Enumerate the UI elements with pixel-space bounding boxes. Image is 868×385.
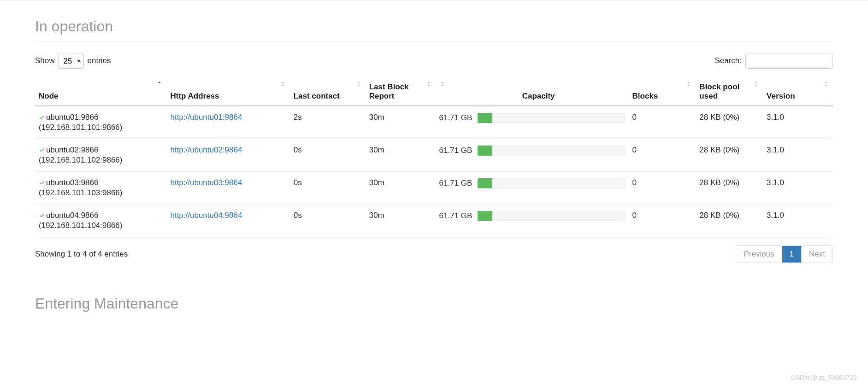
node-name: ubuntu03:9866 xyxy=(46,178,98,187)
sort-icon xyxy=(685,81,692,87)
node-name: ubuntu01:9866 xyxy=(46,113,98,122)
entries-label: entries xyxy=(88,56,111,65)
check-icon xyxy=(39,179,45,188)
col-http-address[interactable]: Http Address xyxy=(166,78,289,106)
capacity-bar-fill xyxy=(478,178,492,188)
http-address-link[interactable]: http://ubuntu04:9864 xyxy=(170,211,242,220)
last-block-report-value: 30m xyxy=(369,113,384,122)
check-icon xyxy=(39,114,45,123)
col-http-label: Http Address xyxy=(170,92,219,100)
table-info: Showing 1 to 4 of 4 entries xyxy=(35,250,128,259)
block-pool-used-value: 28 KB (0%) xyxy=(699,178,739,187)
last-contact-value: 0s xyxy=(294,146,302,154)
version-value: 3.1.0 xyxy=(767,113,784,122)
capacity-bar-fill xyxy=(478,211,492,221)
col-version[interactable]: Version xyxy=(763,78,833,106)
sort-icon xyxy=(355,81,362,87)
block-pool-used-value: 28 KB (0%) xyxy=(699,113,739,122)
col-blocks[interactable]: Blocks xyxy=(629,78,696,106)
last-block-report-value: 30m xyxy=(369,146,384,154)
table-row: ubuntu03:9866 (192.168.101.103:9866) htt… xyxy=(35,172,833,204)
section-in-operation: In operation xyxy=(35,18,833,42)
sort-asc-icon xyxy=(156,81,163,87)
col-node-label: Node xyxy=(39,92,59,100)
datanode-table: Node Http Address Last contact xyxy=(35,78,833,237)
version-value: 3.1.0 xyxy=(767,178,784,187)
next-button[interactable]: Next xyxy=(801,246,833,262)
last-contact-value: 2s xyxy=(294,113,302,122)
table-row: ubuntu01:9866 (192.168.101.101:9866) htt… xyxy=(35,106,833,139)
col-capacity-label: Capacity xyxy=(522,92,555,100)
table-row: ubuntu02:9866 (192.168.101.102:9866) htt… xyxy=(35,139,833,172)
capacity-value: 61.71 GB xyxy=(439,113,472,122)
node-name: ubuntu02:9866 xyxy=(46,146,98,154)
version-value: 3.1.0 xyxy=(767,146,784,154)
blocks-value: 0 xyxy=(632,146,637,154)
node-address: (192.168.101.103:9866) xyxy=(39,188,123,197)
col-last-block-report-label: Last Block Report xyxy=(369,82,409,100)
entries-length-control: Show 25 entries xyxy=(35,53,111,69)
table-row: ubuntu04:9866 (192.168.101.104:9866) htt… xyxy=(35,204,833,237)
http-address-link[interactable]: http://ubuntu02:9864 xyxy=(170,146,242,154)
node-address: (192.168.101.102:9866) xyxy=(39,156,123,164)
blocks-value: 0 xyxy=(632,211,637,220)
entries-select[interactable]: 25 xyxy=(59,53,84,69)
sort-icon xyxy=(823,81,829,87)
sort-icon xyxy=(753,81,759,87)
section-entering-maintenance: Entering Maintenance xyxy=(35,295,833,319)
col-blocks-label: Blocks xyxy=(632,92,658,100)
capacity-bar xyxy=(478,178,625,188)
col-last-block-report[interactable]: Last Block Report xyxy=(366,78,436,106)
capacity-value: 61.71 GB xyxy=(439,179,472,188)
sort-icon xyxy=(280,81,286,87)
node-name: ubuntu04:9866 xyxy=(46,211,98,220)
col-node[interactable]: Node xyxy=(35,78,166,106)
last-contact-value: 0s xyxy=(294,178,302,187)
sort-icon xyxy=(425,81,432,87)
http-address-link[interactable]: http://ubuntu03:9864 xyxy=(170,178,242,187)
search-label: Search: xyxy=(714,56,742,65)
capacity-value: 61.71 GB xyxy=(439,211,472,221)
block-pool-used-value: 28 KB (0%) xyxy=(699,146,739,154)
block-pool-used-value: 28 KB (0%) xyxy=(699,211,739,220)
version-value: 3.1.0 xyxy=(767,211,784,220)
blocks-value: 0 xyxy=(632,113,637,122)
capacity-bar xyxy=(478,211,625,221)
show-label: Show xyxy=(35,56,55,65)
check-icon xyxy=(39,146,45,156)
capacity-bar-fill xyxy=(478,113,492,123)
http-address-link[interactable]: http://ubuntu01:9864 xyxy=(170,113,242,122)
capacity-value: 61.71 GB xyxy=(439,146,472,155)
check-icon xyxy=(39,212,45,221)
col-block-pool-used-label: Block pool used xyxy=(699,82,739,100)
capacity-bar xyxy=(478,146,625,156)
last-block-report-value: 30m xyxy=(369,211,384,220)
page-1-button[interactable]: 1 xyxy=(782,246,801,262)
watermark: CSDN @qq_53663722 xyxy=(791,374,857,381)
capacity-bar-fill xyxy=(478,146,492,156)
search-control: Search: xyxy=(714,53,833,69)
col-capacity[interactable]: Capacity xyxy=(436,78,629,106)
node-address: (192.168.101.104:9866) xyxy=(39,221,123,230)
col-version-label: Version xyxy=(767,92,795,100)
node-address: (192.168.101.101:9866) xyxy=(39,123,123,132)
col-last-contact[interactable]: Last contact xyxy=(290,78,366,106)
last-contact-value: 0s xyxy=(294,211,302,220)
sort-icon xyxy=(439,81,446,87)
blocks-value: 0 xyxy=(632,178,637,187)
pagination: Previous 1 Next xyxy=(736,245,833,263)
previous-button[interactable]: Previous xyxy=(736,246,781,262)
col-block-pool-used[interactable]: Block pool used xyxy=(696,78,763,106)
search-input[interactable] xyxy=(745,53,833,69)
capacity-bar xyxy=(478,113,625,123)
col-last-contact-label: Last contact xyxy=(294,92,340,100)
last-block-report-value: 30m xyxy=(369,178,384,187)
